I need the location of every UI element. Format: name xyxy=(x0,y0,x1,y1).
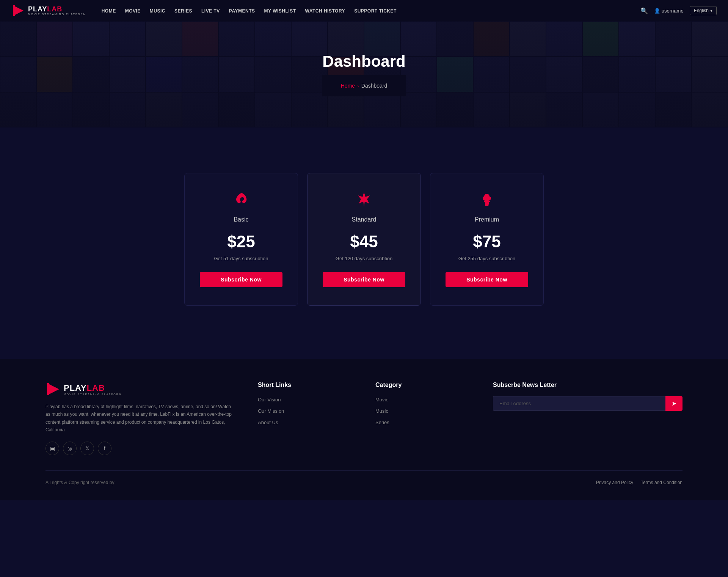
standard-plan-price: $45 xyxy=(323,232,405,251)
breadcrumb-separator: › xyxy=(357,83,359,89)
newsletter-heading: Subscrbe News Letter xyxy=(493,382,682,388)
nav-payments[interactable]: PAYMENTS xyxy=(229,8,255,14)
footer-newsletter: Subscrbe News Letter ➤ xyxy=(493,382,682,455)
footer-bottom: All rights & Copy right reserved by Priv… xyxy=(46,470,682,485)
footer-logo-lab: LAB xyxy=(87,383,105,393)
nav-right: 🔍 👤 username English ▾ xyxy=(640,6,717,15)
footer-logo: PLAYLAB MOVIE STREAMING PLATFORM xyxy=(46,382,235,397)
link-our-mission[interactable]: Our Mission xyxy=(258,408,284,414)
footer-legal-links: Privacy and Policy Terms and Condition xyxy=(596,480,682,485)
footer-logo-icon xyxy=(46,382,61,397)
social-tv-icon[interactable]: ▣ xyxy=(46,442,59,455)
breadcrumb-current: Dashboard xyxy=(361,83,388,89)
language-selector[interactable]: English ▾ xyxy=(690,6,717,15)
user-button[interactable]: 👤 username xyxy=(654,8,684,14)
footer-brand: PLAYLAB MOVIE STREAMING PLATFORM Playlab… xyxy=(46,382,235,455)
nav-series[interactable]: SERIES xyxy=(174,8,192,14)
footer-logo-subtitle: MOVIE STREAMING PLATFORM xyxy=(64,393,122,396)
svg-rect-1 xyxy=(13,5,15,16)
navbar: PLAYLAB MOVIE STREAMING PLATFORM HOME MO… xyxy=(0,0,728,21)
category-links-list: Movie Music Series xyxy=(375,396,470,426)
spacing-gap xyxy=(0,127,728,150)
social-instagram-icon[interactable]: ◎ xyxy=(63,442,77,455)
breadcrumb: Home › Dashboard xyxy=(322,75,405,96)
pricing-card-standard: Standard $45 Get 120 days subscribtion S… xyxy=(307,173,421,306)
nav-movie[interactable]: MOVIE xyxy=(125,8,141,14)
logo-play-text: PLAY xyxy=(28,5,47,13)
nav-music[interactable]: MUSIC xyxy=(150,8,165,14)
pricing-card-basic: Basic $25 Get 51 days subscribtion Subsc… xyxy=(184,173,298,306)
link-our-vision[interactable]: Our Vision xyxy=(258,397,281,402)
nav-home[interactable]: HOME xyxy=(102,8,116,14)
newsletter-submit-button[interactable]: ➤ xyxy=(665,396,682,411)
basic-plan-name: Basic xyxy=(200,216,282,223)
hero-content: Dashboard Home › Dashboard xyxy=(322,52,405,96)
breadcrumb-home[interactable]: Home xyxy=(341,83,355,89)
newsletter-form: ➤ xyxy=(493,396,682,411)
basic-plan-description: Get 51 days subscribtion xyxy=(200,256,282,261)
terms-conditions-link[interactable]: Terms and Condition xyxy=(641,480,682,485)
pre-footer-gap xyxy=(0,329,728,359)
short-links-list: Our Vision Our Mission About Us xyxy=(258,396,353,426)
chevron-down-icon: ▾ xyxy=(710,8,712,13)
premium-plan-icon xyxy=(446,192,528,212)
logo-subtitle: MOVIE STREAMING PLATFORM xyxy=(28,13,86,16)
link-about-us[interactable]: About Us xyxy=(258,420,278,425)
basic-subscribe-button[interactable]: Subscribe Now xyxy=(200,272,282,287)
link-series[interactable]: Series xyxy=(375,420,389,425)
footer-short-links: Short Links Our Vision Our Mission About… xyxy=(258,382,353,455)
copyright-text: All rights & Copy right reserved by xyxy=(46,480,114,485)
social-links: ▣ ◎ 𝕏 f xyxy=(46,442,235,455)
standard-plan-name: Standard xyxy=(323,216,405,223)
newsletter-email-input[interactable] xyxy=(493,396,665,411)
privacy-policy-link[interactable]: Privacy and Policy xyxy=(596,480,633,485)
footer-grid: PLAYLAB MOVIE STREAMING PLATFORM Playlab… xyxy=(46,382,682,470)
logo-icon xyxy=(11,4,25,17)
standard-subscribe-button[interactable]: Subscribe Now xyxy=(323,272,405,287)
link-music[interactable]: Music xyxy=(375,408,388,414)
svg-rect-4 xyxy=(47,383,49,395)
nav-watch-history[interactable]: WATCH HISTORY xyxy=(305,8,345,14)
footer-logo-play: PLAY xyxy=(64,383,87,393)
premium-plan-description: Get 255 days subscribtion xyxy=(446,256,528,261)
standard-plan-icon xyxy=(323,192,405,212)
logo-lab-text: LAB xyxy=(47,5,62,13)
username-label: username xyxy=(662,8,684,14)
page-title: Dashboard xyxy=(322,52,405,71)
basic-plan-icon xyxy=(200,192,282,212)
nav-live-tv[interactable]: LIVE TV xyxy=(201,8,220,14)
basic-plan-price: $25 xyxy=(200,232,282,251)
premium-subscribe-button[interactable]: Subscribe Now xyxy=(446,272,528,287)
short-links-heading: Short Links xyxy=(258,382,353,388)
premium-plan-name: Premium xyxy=(446,216,528,223)
category-heading: Category xyxy=(375,382,470,388)
footer-category: Category Movie Music Series xyxy=(375,382,470,455)
social-twitter-icon[interactable]: 𝕏 xyxy=(80,442,94,455)
search-button[interactable]: 🔍 xyxy=(640,7,648,14)
footer: PLAYLAB MOVIE STREAMING PLATFORM Playlab… xyxy=(0,359,728,500)
hero-banner: Dashboard Home › Dashboard xyxy=(0,21,728,127)
link-movie[interactable]: Movie xyxy=(375,397,389,402)
pricing-section: Basic $25 Get 51 days subscribtion Subsc… xyxy=(0,150,728,329)
premium-plan-price: $75 xyxy=(446,232,528,251)
footer-about-text: Playlab has a broad library of highlight… xyxy=(46,403,235,434)
pricing-card-premium: Premium $75 Get 255 days subscribtion Su… xyxy=(430,173,544,306)
svg-rect-2 xyxy=(484,201,490,202)
language-label: English xyxy=(694,8,709,13)
nav-support[interactable]: SUPPORT TICKET xyxy=(354,8,397,14)
social-facebook-icon[interactable]: f xyxy=(98,442,111,455)
nav-links: HOME MOVIE MUSIC SERIES LIVE TV PAYMENTS… xyxy=(102,7,640,14)
logo[interactable]: PLAYLAB MOVIE STREAMING PLATFORM xyxy=(11,4,86,17)
standard-plan-description: Get 120 days subscribtion xyxy=(323,256,405,261)
nav-wishlist[interactable]: MY WISHLIST xyxy=(264,8,296,14)
